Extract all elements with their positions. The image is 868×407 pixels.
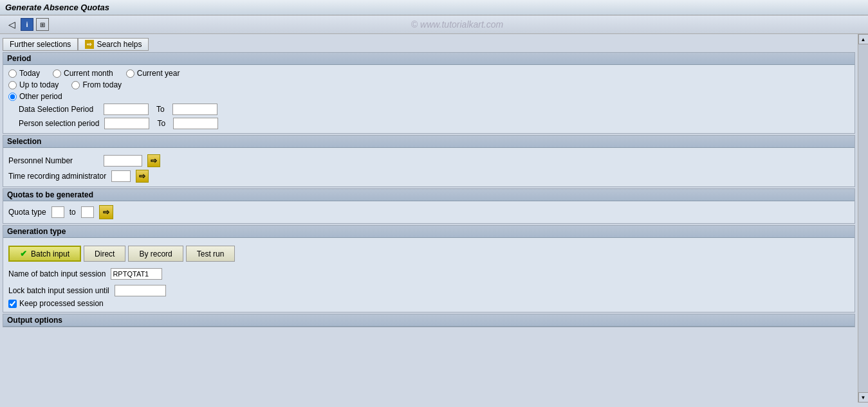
person-selection-label: Person selection period [8, 119, 99, 128]
radio-row-1: Today Current month Current year [8, 69, 849, 78]
personnel-search-icon: ⇨ [151, 156, 157, 165]
scroll-area: Further selections ⇨ Search helps Period… [0, 34, 858, 402]
page-title: Generate Absence Quotas [5, 3, 109, 12]
radio-other-period[interactable]: Other period [8, 92, 62, 101]
scroll-up-btn[interactable]: ▲ [858, 34, 869, 44]
radio-current-year[interactable]: Current year [126, 69, 180, 78]
radio-from-today[interactable]: From today [71, 80, 122, 89]
direct-btn[interactable]: Direct [84, 246, 125, 262]
person-selection-to-label: To [157, 119, 165, 128]
batch-session-name-input[interactable] [111, 268, 162, 280]
radio-row-2: Up to today From today [8, 80, 849, 89]
tab-further-selections[interactable]: Further selections [3, 38, 78, 51]
radio-group: Today Current month Current year [8, 69, 849, 101]
radio-today-input[interactable] [8, 69, 17, 78]
toolbar: ◁ i ⊞ © www.tutorialkart.com [0, 15, 868, 34]
person-selection-to[interactable] [173, 118, 218, 129]
keep-processed-checkbox[interactable] [8, 300, 17, 308]
generation-buttons: ✔ Batch input Direct By record Test run [8, 246, 849, 262]
generation-type-content: ✔ Batch input Direct By record Test run [3, 238, 854, 312]
time-recording-search-btn[interactable]: ⇨ [136, 170, 149, 183]
personnel-number-row: Personnel Number ⇨ [8, 154, 849, 167]
lock-batch-label: Lock batch input session until [8, 286, 109, 295]
period-content: Today Current month Current year [3, 65, 854, 133]
quota-type-to-label: to [69, 208, 76, 217]
radio-row-3: Other period [8, 92, 849, 101]
radio-current-month[interactable]: Current month [53, 69, 113, 78]
period-section: Period Today Current month [3, 52, 855, 134]
selection-header: Selection [3, 136, 854, 148]
data-selection-label: Data Selection Period [8, 105, 98, 114]
title-bar: Generate Absence Quotas [0, 0, 868, 15]
data-selection-from[interactable] [104, 104, 149, 115]
quotas-section: Quotas to be generated Quota type to ⇨ [3, 188, 855, 224]
tab-search-helps[interactable]: ⇨ Search helps [78, 38, 149, 51]
time-recording-input[interactable] [111, 170, 131, 182]
data-selection-to-label: To [156, 105, 165, 114]
scrollbar-track [858, 44, 868, 392]
by-record-btn[interactable]: By record [128, 246, 183, 262]
quota-search-icon: ⇨ [103, 208, 109, 217]
batch-input-btn[interactable]: ✔ Batch input [8, 246, 81, 262]
radio-current-year-input[interactable] [126, 69, 134, 78]
main-content: Further selections ⇨ Search helps Period… [0, 34, 868, 402]
info-icon[interactable]: i [21, 18, 33, 31]
keep-processed-row: Keep processed session [8, 299, 849, 308]
tab-bar: Further selections ⇨ Search helps [3, 38, 855, 51]
generation-type-section: Generation type ✔ Batch input Direct By … [3, 225, 855, 312]
quotas-content: Quota type to ⇨ [3, 201, 854, 223]
test-run-btn[interactable]: Test run [186, 246, 235, 262]
time-recording-label: Time recording administrator [8, 172, 106, 181]
data-selection-period-row: Data Selection Period To [8, 104, 849, 115]
lock-batch-session-row: Lock batch input session until [8, 285, 849, 296]
lock-batch-session-input[interactable] [115, 285, 166, 296]
personnel-number-search-btn[interactable]: ⇨ [147, 154, 160, 167]
data-selection-to[interactable] [172, 104, 217, 115]
time-recording-row: Time recording administrator ⇨ [8, 170, 849, 183]
generation-type-header: Generation type [3, 226, 854, 238]
scroll-down-btn[interactable]: ▼ [858, 392, 869, 402]
batch-fields: Name of batch input session Lock batch i… [8, 266, 849, 308]
person-selection-period-row: Person selection period To [8, 118, 849, 129]
quota-type-search-btn[interactable]: ⇨ [99, 205, 113, 219]
watermark: © www.tutorialkart.com [51, 19, 863, 30]
output-options-header: Output options [3, 314, 854, 327]
keep-processed-label: Keep processed session [19, 299, 104, 308]
tab-search-icon: ⇨ [85, 40, 94, 49]
selection-section: Selection Personnel Number ⇨ Time record… [3, 135, 855, 187]
back-icon[interactable]: ◁ [5, 18, 18, 31]
quota-type-label: Quota type [8, 208, 46, 217]
expand-icon[interactable]: ⊞ [36, 18, 49, 31]
radio-up-to-today[interactable]: Up to today [8, 80, 59, 89]
quota-type-row: Quota type to ⇨ [8, 205, 849, 219]
personnel-number-label: Personnel Number [8, 156, 98, 165]
output-options-section: Output options [3, 314, 855, 327]
scrollbar: ▲ ▼ [858, 34, 868, 402]
radio-today[interactable]: Today [8, 69, 40, 78]
radio-current-month-input[interactable] [53, 69, 61, 78]
quota-type-from[interactable] [51, 206, 64, 218]
period-header: Period [3, 53, 854, 65]
personnel-number-input[interactable] [104, 155, 142, 167]
quota-type-to[interactable] [81, 206, 94, 218]
radio-other-period-input[interactable] [8, 93, 17, 101]
radio-up-to-today-input[interactable] [8, 81, 17, 89]
selection-content: Personnel Number ⇨ Time recording admini… [3, 148, 854, 186]
quotas-header: Quotas to be generated [3, 189, 854, 201]
radio-from-today-input[interactable] [71, 81, 80, 89]
batch-session-name-label: Name of batch input session [8, 269, 106, 278]
batch-checkmark: ✔ [20, 249, 27, 258]
batch-session-name-row: Name of batch input session [8, 268, 849, 280]
time-recording-search-icon: ⇨ [139, 172, 145, 181]
person-selection-from[interactable] [104, 118, 149, 129]
